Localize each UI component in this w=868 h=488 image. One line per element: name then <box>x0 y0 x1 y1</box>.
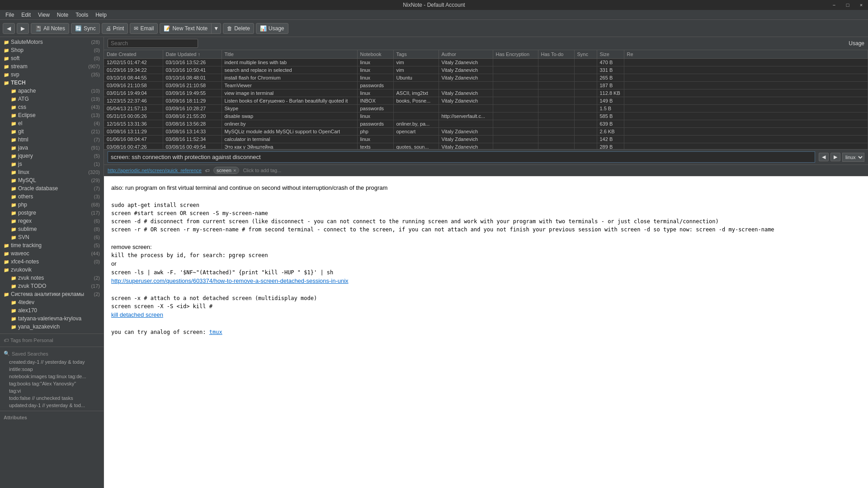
col-notebook[interactable]: Notebook <box>357 50 393 59</box>
tag-chip-screen[interactable]: screen × <box>213 167 239 174</box>
forward-button[interactable]: ▶ <box>17 23 29 34</box>
sidebar-notebook-item[interactable]: 📁 regex (6) <box>0 217 104 225</box>
content-inline-link[interactable]: tmux <box>209 329 222 335</box>
col-todo[interactable]: Has To-do <box>538 50 574 59</box>
maximize-button[interactable]: □ <box>841 0 854 10</box>
sidebar-notebook-item[interactable]: 📁 postgre (17) <box>0 209 104 217</box>
sidebar-notebook-item[interactable]: 📁 java (91) <box>0 144 104 152</box>
saved-search-item[interactable]: updated:day-1 // yesterday & tod... <box>0 402 104 409</box>
sidebar-notebook-item[interactable]: 📁 Shop (0) <box>0 46 104 54</box>
saved-search-item[interactable]: tag:books tag:"Alex Yanovsky" <box>0 380 104 387</box>
content-link[interactable]: http://superuser.com/questions/603374/ho… <box>111 277 861 286</box>
menu-edit[interactable]: Edit <box>18 11 34 19</box>
menu-tools[interactable]: Tools <box>72 11 92 19</box>
sidebar-notebook-item[interactable]: 📁 Система аналитики рекламы (2) <box>0 290 104 298</box>
col-title[interactable]: Title <box>222 50 357 59</box>
table-row[interactable]: 03/08/16 00:47:26 03/08/16 00:49:54 Это … <box>104 143 868 150</box>
sidebar-notebook-item[interactable]: 📁 jquery (5) <box>0 152 104 160</box>
content-link[interactable]: kill detached screen <box>111 310 861 319</box>
saved-search-item[interactable]: created:day-1 // yesterday & today <box>0 358 104 366</box>
table-row[interactable]: 05/31/15 00:05:26 03/08/16 21:55:20 disa… <box>104 113 868 120</box>
sidebar-notebook-item[interactable]: 📁 git (21) <box>0 127 104 136</box>
sidebar-notebook-item[interactable]: 📁 zvuk TODO (17) <box>0 282 104 290</box>
table-row[interactable]: 12/16/15 13:31:36 03/08/16 13:56:28 onli… <box>104 120 868 128</box>
sidebar-notebook-item[interactable]: 📁 zvuk notes (2) <box>0 274 104 282</box>
menu-help[interactable]: Help <box>92 11 110 19</box>
sidebar-notebook-item[interactable]: 📁 MySQL (29) <box>0 176 104 184</box>
sidebar-notebook-item[interactable]: 📁 alex170 <box>0 306 104 314</box>
all-notes-button[interactable]: 📓 All Notes <box>31 23 69 34</box>
note-content[interactable]: also: run program on first virtual termi… <box>104 176 868 488</box>
notes-list[interactable]: Date Created Date Updated ↑ Title Notebo… <box>104 50 868 150</box>
table-row[interactable]: 03/09/16 21:10:58 03/09/16 21:10:58 Team… <box>104 82 868 89</box>
sidebar-notebook-item[interactable]: 📁 zvukovik <box>0 266 104 274</box>
col-author[interactable]: Author <box>439 50 493 59</box>
saved-search-item[interactable]: intitle:soap <box>0 366 104 373</box>
font-size-up-btn[interactable]: ▶ <box>830 153 840 161</box>
table-row[interactable]: 12/23/15 22:37:46 03/09/16 18:11:29 List… <box>104 97 868 105</box>
new-note-button[interactable]: 📝 New Text Note ▼ <box>160 23 221 34</box>
tag-remove[interactable]: × <box>233 168 236 173</box>
add-tag-hint[interactable]: Click to add tag... <box>243 168 281 173</box>
table-row[interactable]: 01/06/16 08:04:47 03/08/16 11:52:34 calc… <box>104 136 868 143</box>
sidebar-notebook-item[interactable]: 📁 others (3) <box>0 192 104 201</box>
sidebar-notebook-item[interactable]: 📁 TECH <box>0 79 104 87</box>
table-row[interactable]: 12/02/15 01:47:42 03/10/16 13:52:26 inde… <box>104 59 868 66</box>
search-input[interactable] <box>108 39 198 48</box>
table-row[interactable]: 05/04/13 21:57:13 03/09/16 10:28:27 Skyp… <box>104 105 868 113</box>
sidebar-notebook-item[interactable]: 📁 el (4) <box>0 119 104 127</box>
note-title-input[interactable] <box>108 151 815 163</box>
col-encryption[interactable]: Has Encryption <box>493 50 538 59</box>
sidebar-notebook-item[interactable]: 📁 time tracking (5) <box>0 241 104 249</box>
sidebar-notebook-item[interactable]: 📁 css (43) <box>0 103 104 111</box>
sidebar-notebook-item[interactable]: 📁 4tedev <box>0 298 104 306</box>
saved-search-item[interactable]: notebook:images tag:linux tag:de... <box>0 373 104 380</box>
menu-view[interactable]: View <box>34 11 53 19</box>
sidebar-notebook-item[interactable]: 📁 apache (10) <box>0 87 104 95</box>
col-date-updated[interactable]: Date Updated ↑ <box>163 50 222 59</box>
sidebar-notebook-item[interactable]: 📁 stream (907) <box>0 62 104 70</box>
sidebar-notebook-item[interactable]: 📁 tatyana-valerievna-krylova <box>0 314 104 323</box>
new-note-main[interactable]: 📝 New Text Note <box>160 23 212 33</box>
col-date-created[interactable]: Date Created <box>104 50 163 59</box>
sidebar-notebook-item[interactable]: 📁 linux (320) <box>0 168 104 176</box>
delete-button[interactable]: 🗑 Delete <box>223 23 254 34</box>
sidebar-notebook-item[interactable]: 📁 sublime (8) <box>0 225 104 233</box>
saved-searches-header[interactable]: 🔍 Saved Searches <box>0 349 104 358</box>
sidebar-notebook-item[interactable]: 📁 yana_kazakevich <box>0 323 104 331</box>
menu-note[interactable]: Note <box>53 11 72 19</box>
note-url-link[interactable]: http://aperiodic.net/screen/quick_refere… <box>108 168 202 173</box>
table-row[interactable]: 03/01/16 19:49:04 03/09/16 19:49:55 view… <box>104 89 868 97</box>
email-button[interactable]: ✉ Email <box>130 23 158 34</box>
sidebar-notebook-item[interactable]: 📁 html (7) <box>0 136 104 144</box>
col-sync[interactable]: Sync <box>574 50 597 59</box>
content-link-anchor[interactable]: kill detached screen <box>111 311 163 318</box>
sidebar-notebook-item[interactable]: 📁 SVN (6) <box>0 233 104 241</box>
saved-search-item[interactable]: tag:vi <box>0 387 104 394</box>
close-button[interactable]: × <box>854 0 868 10</box>
sidebar-notebook-item[interactable]: 📁 waveoc (44) <box>0 249 104 258</box>
font-size-down-btn[interactable]: ◀ <box>819 153 829 161</box>
table-row[interactable]: 01/29/16 19:34:22 03/10/16 10:50:41 sear… <box>104 66 868 74</box>
sidebar-notebook-item[interactable]: 📁 Eclipse (13) <box>0 111 104 119</box>
table-row[interactable]: 03/10/16 08:44:55 03/10/16 08:48:01 inst… <box>104 74 868 82</box>
col-re[interactable]: Re <box>624 50 868 59</box>
content-link-anchor[interactable]: http://superuser.com/questions/603374/ho… <box>111 277 349 284</box>
new-note-dropdown[interactable]: ▼ <box>212 23 221 33</box>
menu-file[interactable]: File <box>2 11 18 19</box>
sidebar-notebook-item[interactable]: 📁 Oracle database (7) <box>0 184 104 192</box>
saved-search-item[interactable]: todo:false // unchecked tasks <box>0 394 104 402</box>
col-tags[interactable]: Tags <box>393 50 439 59</box>
sidebar-notebook-item[interactable]: 📁 svp (35) <box>0 70 104 79</box>
usage-button[interactable]: 📊 Usage <box>256 23 288 34</box>
sidebar-notebook-item[interactable]: 📁 js (1) <box>0 160 104 168</box>
back-button[interactable]: ◀ <box>3 23 15 34</box>
sidebar-notebook-item[interactable]: 📁 SaluteMotors (28) <box>0 38 104 46</box>
col-size[interactable]: Size <box>597 50 624 59</box>
sidebar-notebook-item[interactable]: 📁 xfce4-notes (0) <box>0 258 104 266</box>
sidebar-notebook-item[interactable]: 📁 ATG (19) <box>0 95 104 103</box>
sync-button[interactable]: 🔄 Sync <box>71 23 100 34</box>
print-button[interactable]: 🖨 Print <box>102 23 128 34</box>
minimize-button[interactable]: − <box>827 0 841 10</box>
table-row[interactable]: 03/08/16 13:11:29 03/08/16 13:14:33 MySQ… <box>104 128 868 136</box>
